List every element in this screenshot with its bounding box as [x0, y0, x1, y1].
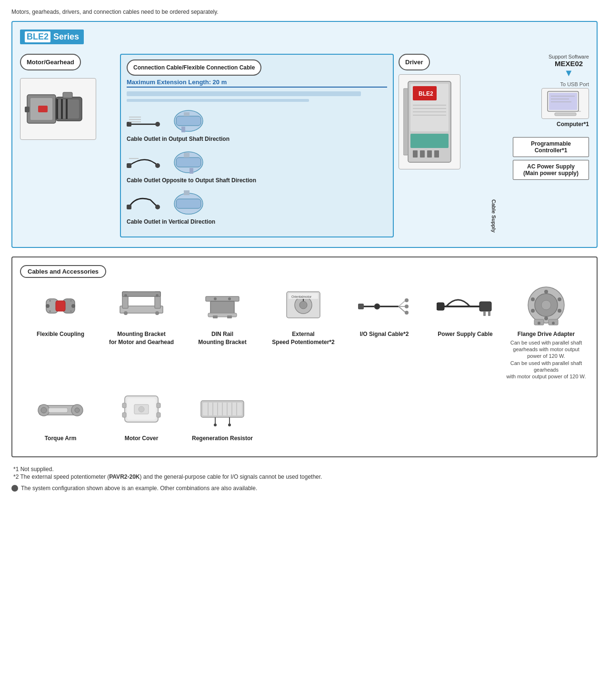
svg-point-138	[228, 424, 231, 426]
svg-rect-25	[184, 153, 190, 158]
svg-rect-18	[184, 112, 190, 116]
svg-rect-96	[488, 311, 490, 316]
acc-item-power-cable: Power Supply Cable	[425, 285, 506, 380]
series-ble2: BLE2	[25, 31, 50, 42]
svg-point-113	[41, 407, 47, 413]
driver-label: Driver	[399, 54, 430, 70]
flange-svg	[522, 286, 570, 326]
motor-gearhead-section: Motor/Gearhead	[20, 54, 115, 140]
series-label: Series	[53, 32, 79, 42]
top-note: Motors, gearheads, drivers, and connecti…	[11, 9, 598, 15]
svg-rect-122	[122, 413, 126, 417]
svg-rect-76	[213, 315, 218, 318]
din-rail-svg	[201, 289, 244, 323]
cable-item-2: Cable Outlet Opposite to Output Shaft Di…	[127, 149, 387, 184]
acc-item-speed-pot: Orientalmotor External Speed Potentiomet…	[263, 285, 344, 380]
cable-wire-svg-1	[127, 108, 165, 134]
mounting-bracket-svg	[115, 287, 168, 325]
svg-point-67	[124, 311, 128, 315]
driver-svg: BLE2	[403, 79, 456, 165]
support-sw-name: MEXE02	[549, 59, 589, 68]
footnotes: *1 Not supplied. *2 The external speed p…	[11, 466, 598, 480]
svg-point-101	[544, 290, 548, 294]
svg-rect-8	[66, 99, 68, 119]
svg-point-105	[531, 309, 535, 313]
regen-resistor-image	[194, 389, 251, 432]
main-diagram: BLE2 Series Motor/Gearhead	[11, 21, 598, 248]
regen-resistor-label: Regeneration Resistor	[192, 434, 253, 443]
svg-rect-12	[127, 122, 131, 127]
svg-rect-24	[176, 158, 201, 167]
svg-point-69	[124, 294, 127, 297]
cable-section-label: Connection Cable/Flexible Connection Cab…	[127, 59, 261, 76]
cable-item-1-images	[127, 108, 387, 134]
svg-rect-5	[63, 92, 72, 98]
svg-rect-41	[413, 150, 418, 158]
flange-label: Flange Drive Adapter	[518, 330, 575, 338]
torque-arm-svg	[34, 391, 87, 429]
footnote-1: *1 Not supplied.	[13, 466, 598, 473]
mounting-bracket-image	[113, 285, 170, 327]
cable-motor-svg-3	[170, 190, 208, 217]
svg-rect-77	[227, 315, 232, 318]
torque-arm-label: Torque Arm	[45, 434, 77, 443]
svg-rect-43	[427, 150, 432, 158]
svg-rect-42	[420, 150, 425, 158]
regen-resistor-svg	[196, 394, 249, 427]
din-rail-label: DIN Rail Mounting Bracket	[198, 330, 246, 346]
cable-item-3-images	[127, 190, 387, 217]
arrow-down-icon: ▼	[549, 68, 589, 79]
svg-point-75	[228, 297, 231, 300]
svg-point-106	[531, 297, 535, 301]
svg-rect-17	[176, 116, 201, 126]
prog-controller-label: ProgrammableController*1	[531, 140, 571, 154]
svg-rect-28	[127, 205, 131, 209]
svg-point-61	[70, 300, 72, 302]
flexible-coupling-label: Flexible Coupling	[37, 330, 84, 338]
cable-item-3-label: Cable Outlet in Vertical Direction	[127, 218, 387, 225]
cable-bar-1	[127, 91, 361, 96]
svg-point-68	[155, 311, 159, 315]
cable-motor-svg-1	[170, 108, 208, 134]
computer-label: Computer*1	[557, 121, 589, 128]
svg-rect-124	[157, 413, 160, 417]
svg-rect-56	[56, 301, 65, 311]
svg-point-110	[552, 322, 555, 325]
cable-wire-svg-3	[127, 190, 165, 217]
support-sw-label: Support Software	[549, 54, 589, 59]
footnote-2: *2 The external speed potentiometer (PAV…	[13, 473, 598, 480]
cable-section: Connection Cable/Flexible Connection Cab…	[120, 54, 394, 237]
svg-point-74	[214, 297, 217, 300]
computer-image	[541, 88, 589, 119]
svg-rect-26	[190, 168, 193, 174]
flange-note: Can be used with parallel shaft gearhead…	[506, 360, 587, 380]
svg-point-103	[558, 309, 561, 313]
bottom-note-text: The system configuration shown above is …	[21, 485, 257, 492]
svg-rect-4	[25, 107, 30, 112]
power-cable-image	[437, 285, 494, 327]
svg-point-115	[75, 408, 80, 413]
svg-point-70	[156, 294, 159, 297]
svg-point-125	[139, 406, 144, 412]
svg-rect-21	[127, 163, 131, 168]
svg-rect-121	[122, 403, 126, 408]
prog-controller-box: ProgrammableController*1	[513, 137, 589, 157]
driver-image: BLE2	[399, 74, 460, 169]
svg-point-60	[49, 310, 51, 312]
svg-rect-88	[358, 304, 364, 309]
svg-point-59	[49, 300, 51, 302]
io-cable-image	[356, 285, 413, 327]
power-cable-svg	[437, 288, 494, 324]
support-software: Support Software MEXE02 ▼	[549, 54, 589, 79]
svg-rect-45	[403, 89, 408, 155]
svg-rect-47	[549, 93, 577, 110]
svg-point-102	[558, 297, 561, 301]
din-rail-image	[194, 285, 251, 327]
svg-text:BLE2: BLE2	[419, 90, 433, 97]
svg-rect-66	[122, 292, 160, 296]
usb-label: To USB Port	[560, 81, 589, 87]
svg-rect-7	[61, 99, 63, 119]
circle-icon	[11, 485, 18, 492]
right-panel: Support Software MEXE02 ▼ To USB Port	[494, 54, 589, 183]
svg-point-137	[214, 424, 217, 426]
